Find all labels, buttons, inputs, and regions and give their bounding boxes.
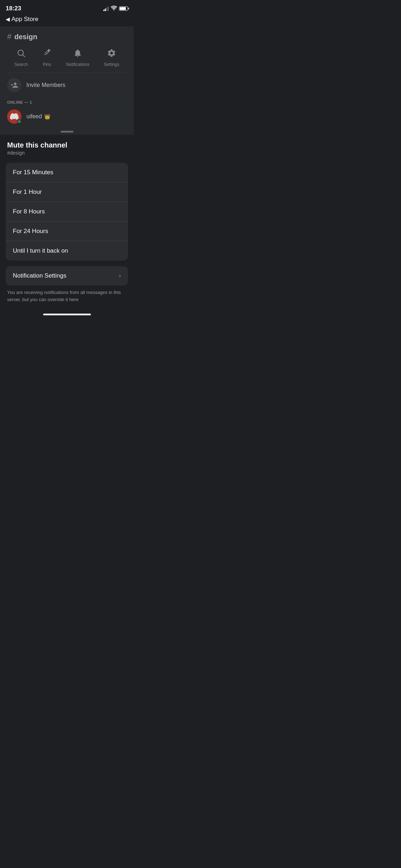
mute-options-card: For 15 Minutes For 1 Hour For 8 Hours Fo… <box>6 163 128 260</box>
member-name: uifeed 👑 <box>26 113 50 120</box>
notifications-action[interactable]: Notifications <box>66 48 89 67</box>
back-arrow-icon: ◀ <box>6 16 10 22</box>
home-pill <box>43 314 91 315</box>
settings-icon <box>107 48 116 60</box>
svg-line-1 <box>23 55 25 57</box>
channel-name: design <box>14 33 37 41</box>
svg-point-0 <box>18 50 24 55</box>
status-bar: 18:23 <box>0 0 134 15</box>
option-1hour[interactable]: For 1 Hour <box>6 182 128 202</box>
invite-avatar <box>7 78 21 92</box>
notifications-label: Notifications <box>66 62 89 67</box>
online-dot <box>17 119 21 124</box>
member-avatar-wrap <box>7 109 21 124</box>
option-24hours[interactable]: For 24 Hours <box>6 222 128 241</box>
app-store-label: App Store <box>11 16 38 23</box>
mute-subtitle: #design <box>7 150 127 156</box>
status-icons <box>103 6 128 11</box>
drag-handle[interactable] <box>0 127 134 135</box>
signal-icon <box>103 6 109 11</box>
battery-icon <box>119 6 128 11</box>
status-time: 18:23 <box>6 5 21 12</box>
pins-icon <box>42 48 52 60</box>
notification-description: You are receiving notifications from all… <box>0 285 134 310</box>
discord-panel: # design Search Pins <box>0 26 134 135</box>
channel-actions: Search Pins Notifications <box>0 46 134 73</box>
crown-icon: 👑 <box>44 114 50 119</box>
channel-header: # design <box>0 26 134 46</box>
search-action[interactable]: Search <box>14 48 28 67</box>
drag-pill <box>61 131 73 133</box>
chevron-right-icon: › <box>119 273 121 279</box>
settings-action[interactable]: Settings <box>104 48 119 67</box>
search-icon <box>16 48 26 60</box>
search-label: Search <box>14 62 28 67</box>
option-8hours[interactable]: For 8 Hours <box>6 202 128 222</box>
bottom-sheet: Mute this channel #design For 15 Minutes… <box>0 135 134 318</box>
mute-title: Mute this channel <box>7 141 127 149</box>
settings-label: Settings <box>104 62 119 67</box>
hash-icon: # <box>7 32 11 41</box>
notifications-icon <box>73 48 82 60</box>
home-indicator <box>0 310 134 318</box>
mute-header: Mute this channel #design <box>0 135 134 158</box>
option-15min[interactable]: For 15 Minutes <box>6 163 128 182</box>
option-until-on[interactable]: Until I turn it back on <box>6 241 128 260</box>
wifi-icon <box>111 6 117 11</box>
notification-settings-row[interactable]: Notification Settings › <box>6 266 128 285</box>
invite-members[interactable]: Invite Members <box>0 73 134 97</box>
notification-settings-card[interactable]: Notification Settings › <box>6 266 128 285</box>
member-row[interactable]: uifeed 👑 <box>0 106 134 127</box>
pins-action[interactable]: Pins <box>42 48 52 67</box>
online-label: ONLINE — 1 <box>0 97 134 106</box>
invite-members-label: Invite Members <box>26 82 65 88</box>
notification-settings-label: Notification Settings <box>13 272 66 279</box>
pins-label: Pins <box>43 62 51 67</box>
app-store-back[interactable]: ◀ App Store <box>0 15 134 26</box>
